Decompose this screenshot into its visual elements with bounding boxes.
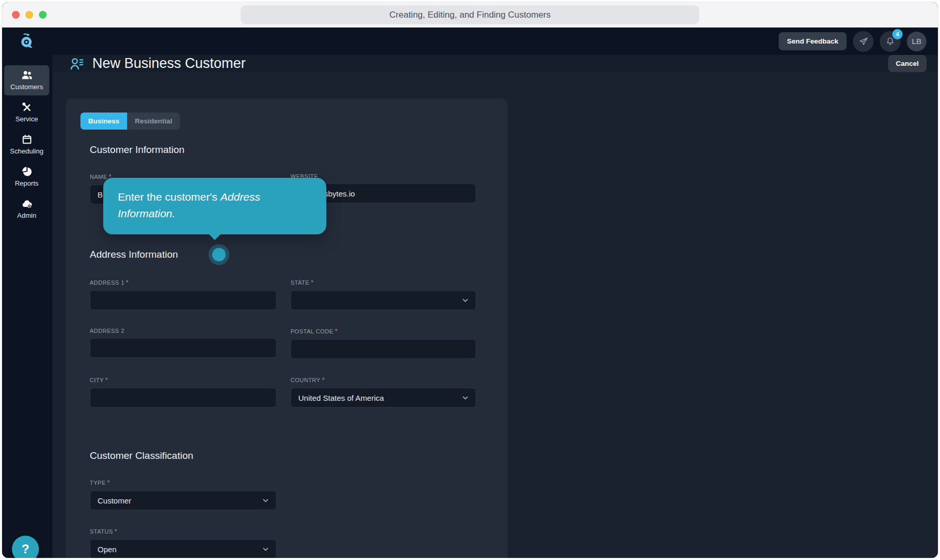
required-asterisk: * — [335, 328, 338, 335]
titlebar: Creating, Editing, and Finding Customers — [2, 2, 938, 27]
tools-icon — [21, 102, 33, 113]
country-field-group: COUNTRY* United States of America — [291, 376, 476, 408]
sidebar-item-scheduling[interactable]: Scheduling — [4, 130, 49, 160]
admin-cloud-gear-icon — [21, 198, 33, 209]
city-label: CITY* — [90, 376, 277, 384]
address1-field-group: ADDRESS 1* — [90, 279, 277, 310]
state-label: STATE* — [291, 279, 476, 286]
sidebar-item-label: Customers — [10, 83, 43, 91]
sidebar-item-reports[interactable]: Reports — [4, 162, 49, 192]
country-select[interactable]: United States of America — [291, 388, 476, 408]
city-field-group: CITY* — [90, 376, 277, 408]
type-field-group: TYPE* Customer — [90, 479, 277, 510]
chevron-down-icon — [461, 394, 469, 402]
sidebar-item-admin[interactable]: Admin — [4, 194, 49, 224]
section-heading-customer-classification: Customer Classification — [90, 450, 493, 461]
sidebar-item-label: Admin — [17, 212, 36, 219]
state-field-group: STATE* — [291, 279, 476, 310]
header-actions: Send Feedback 4 LB — [779, 31, 927, 52]
status-label: STATUS* — [90, 528, 277, 535]
city-input[interactable] — [90, 388, 277, 408]
required-asterisk: * — [322, 376, 325, 384]
postal-code-field-group: POSTAL CODE* — [291, 328, 476, 359]
required-asterisk: * — [311, 279, 313, 286]
section-heading-customer-information: Customer Information — [90, 144, 493, 156]
status-field-group: STATUS* Open — [90, 528, 277, 558]
chevron-down-icon — [261, 496, 270, 505]
country-label: COUNTRY* — [291, 376, 476, 384]
state-select[interactable] — [291, 290, 476, 310]
required-asterisk: * — [107, 479, 110, 486]
sidebar: Customers Service Scheduling — [2, 55, 52, 558]
required-asterisk: * — [115, 528, 117, 535]
chevron-down-icon — [461, 296, 469, 304]
paper-plane-icon — [858, 36, 868, 47]
sidebar-item-label: Reports — [15, 179, 39, 187]
tab-residential[interactable]: Residential — [127, 113, 180, 130]
sidebar-item-service[interactable]: Service — [4, 97, 49, 128]
address1-label: ADDRESS 1* — [90, 279, 277, 286]
zoom-window-button[interactable] — [39, 11, 47, 19]
postal-code-label: POSTAL CODE* — [291, 328, 476, 335]
tab-business[interactable]: Business — [80, 113, 127, 130]
status-select-value: Open — [98, 545, 117, 554]
sidebar-item-label: Service — [16, 115, 38, 123]
address2-field-group: ADDRESS 2 — [90, 328, 277, 359]
notifications-button[interactable]: 4 — [880, 31, 901, 52]
pie-chart-icon — [21, 166, 33, 177]
new-customer-icon — [68, 56, 85, 72]
new-customer-form-panel: Business Residential Customer Informatio… — [66, 99, 507, 558]
announcements-button[interactable] — [853, 31, 874, 52]
sidebar-item-label: Scheduling — [10, 147, 43, 155]
country-select-value: United States of America — [298, 394, 384, 402]
type-label: TYPE* — [90, 479, 277, 486]
content-area: Business Residential Customer Informatio… — [52, 73, 938, 558]
help-button[interactable]: ? — [12, 536, 39, 558]
walkthrough-beacon[interactable] — [212, 248, 226, 261]
type-select-value: Customer — [98, 496, 131, 505]
address1-input[interactable] — [90, 290, 277, 310]
section-heading-address-information: Address Information — [90, 249, 178, 260]
type-select[interactable]: Customer — [90, 491, 277, 510]
chevron-down-icon — [261, 545, 270, 553]
postal-code-input[interactable] — [291, 339, 476, 359]
user-avatar[interactable]: LB — [907, 32, 927, 51]
address2-input[interactable] — [90, 338, 277, 358]
address2-label: ADDRESS 2 — [90, 328, 277, 334]
send-feedback-button[interactable]: Send Feedback — [779, 32, 847, 50]
status-select[interactable]: Open — [90, 539, 277, 558]
notification-badge: 4 — [892, 29, 903, 39]
app-header: Send Feedback 4 LB — [2, 27, 938, 55]
tooltip-text: Enter the customer's — [118, 191, 220, 203]
window-controls — [12, 2, 47, 27]
customer-type-tabs: Business Residential — [80, 113, 493, 130]
close-window-button[interactable] — [12, 11, 20, 19]
page-header: New Business Customer Cancel — [52, 55, 938, 73]
required-asterisk: * — [105, 376, 108, 384]
walkthrough-tooltip: Enter the customer's Address Information… — [103, 178, 326, 234]
app-window: Creating, Editing, and Finding Customers… — [2, 2, 938, 558]
required-asterisk: * — [126, 279, 129, 286]
cancel-button[interactable]: Cancel — [888, 55, 927, 72]
page-title: New Business Customer — [92, 55, 246, 72]
users-icon — [21, 69, 33, 81]
app-logo-icon[interactable] — [19, 33, 35, 50]
sidebar-item-customers[interactable]: Customers — [4, 65, 49, 95]
calendar-icon — [21, 134, 33, 145]
minimize-window-button[interactable] — [25, 11, 33, 19]
window-title: Creating, Editing, and Finding Customers — [241, 5, 699, 24]
